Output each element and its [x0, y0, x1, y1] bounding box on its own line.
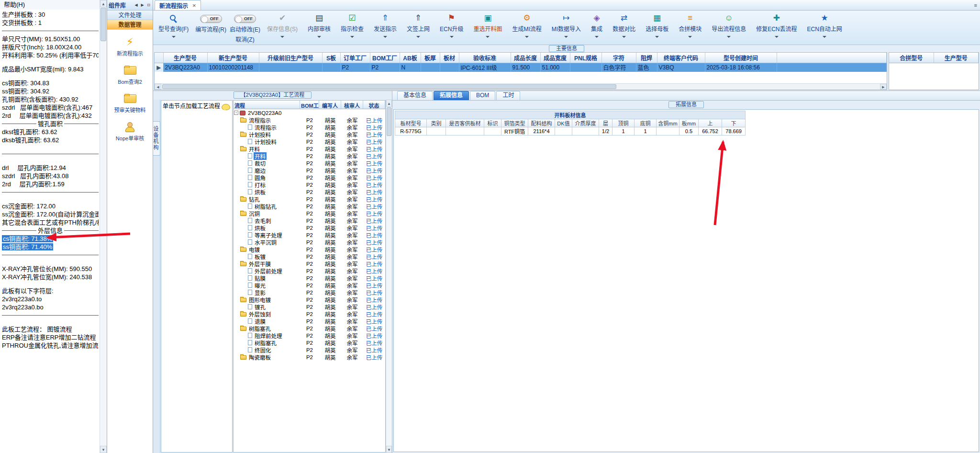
- process-tree-row[interactable]: - 计划投料 P2 胡英 余军 已上传: [234, 131, 385, 138]
- process-tree-row[interactable]: - 等离子处理 P2 胡英 余军 已上传: [234, 231, 385, 238]
- col-header[interactable]: 成品长度: [511, 53, 540, 63]
- toolbar-button[interactable]: ⚙ 生成MI流程: [509, 11, 545, 44]
- cancel-label[interactable]: 取消(Z): [235, 35, 254, 43]
- dropdown-arrow-icon[interactable]: [525, 36, 529, 40]
- col-header[interactable]: 新生产型号: [207, 53, 259, 63]
- model-query-button[interactable]: 型号查询(F): [155, 11, 192, 44]
- toolbar-button[interactable]: ⇑ 发送指示: [370, 11, 400, 44]
- toolbar-button[interactable]: ✚ 修复ECN丢流程: [753, 11, 800, 44]
- dropdown-arrow-icon[interactable]: [775, 36, 779, 40]
- col-header[interactable]: 上: [699, 119, 722, 127]
- scroll-thumb[interactable]: [100, 8, 106, 41]
- scroll-up-icon[interactable]: ▲: [386, 100, 392, 107]
- dropdown-arrow-icon[interactable]: [823, 36, 826, 40]
- process-tree-row[interactable]: - 钻孔 P2 胡英 余军 已上传: [234, 195, 385, 203]
- col-header[interactable]: 核审人: [341, 101, 363, 109]
- process-tree-row[interactable]: - 树脂塞孔 P2 胡英 余军 已上传: [234, 339, 385, 346]
- dropdown-arrow-icon[interactable]: [486, 36, 490, 40]
- write-flow-toggle[interactable]: OFF: [200, 15, 222, 23]
- write-flow-label[interactable]: 编写流程(R): [195, 25, 226, 33]
- tree-expand-icon[interactable]: -: [234, 111, 238, 115]
- process-tree-row[interactable]: - 2V3BQ223A0: [234, 109, 385, 116]
- dropdown-arrow-icon[interactable]: [280, 36, 284, 40]
- dropdown-arrow-icon[interactable]: [350, 36, 354, 40]
- detail-tab[interactable]: 拓展信息: [434, 91, 469, 100]
- col-header[interactable]: 成品宽度: [540, 53, 570, 63]
- dropdown-arrow-icon[interactable]: [655, 36, 659, 40]
- scroll-thumb[interactable]: [162, 84, 616, 89]
- process-tree-row[interactable]: - 曝光 P2 胡英 余军 已上传: [234, 282, 385, 289]
- col-header[interactable]: 生产型号: [163, 53, 207, 63]
- process-tree-row[interactable]: - 阻焊前处理 P2 胡英 余军 已上传: [234, 332, 385, 339]
- process-tree-row[interactable]: - 去毛刺 P2 胡英 余军 已上传: [234, 217, 385, 224]
- col-header[interactable]: 配料结构: [528, 119, 555, 127]
- scroll-down-icon[interactable]: ▼: [100, 446, 107, 453]
- col-header[interactable]: S板: [322, 53, 340, 63]
- process-tree-row[interactable]: - 退膜 P2 胡英 余军 已上传: [234, 317, 385, 325]
- col-header[interactable]: 合拼型号: [889, 53, 934, 63]
- col-header[interactable]: 板厚: [421, 53, 440, 63]
- toolbar-button[interactable]: ☺ 导出流程信息: [708, 11, 749, 44]
- dropdown-arrow-icon[interactable]: [416, 36, 420, 40]
- process-tree-row[interactable]: - 沉铜 P2 胡英 余军 已上传: [234, 210, 385, 217]
- col-header[interactable]: PNL规格: [570, 53, 601, 63]
- tab-equipment[interactable]: 设备机构: [153, 121, 160, 156]
- toolbar-button[interactable]: ☑ 指示检查: [337, 11, 367, 44]
- process-tree-row[interactable]: - 烘板 P2 胡英 余军 已上传: [234, 188, 385, 195]
- process-tree-row[interactable]: - 打标 P2 胡英 余军 已上传: [234, 181, 385, 188]
- toolbar-button[interactable]: ⇄ 数据对比: [609, 11, 639, 44]
- dropdown-arrow-icon[interactable]: [622, 36, 626, 40]
- col-header[interactable]: 板材型号: [395, 119, 427, 127]
- col-header[interactable]: BOM工厂: [300, 101, 319, 109]
- dropdown-arrow-icon[interactable]: [450, 36, 454, 40]
- toolbar-button[interactable]: ★ ECN自动上网: [804, 11, 846, 44]
- col-header[interactable]: 编写人: [319, 101, 341, 109]
- close-icon[interactable]: ×: [192, 2, 196, 9]
- col-header[interactable]: 订单工厂: [340, 53, 370, 63]
- nav-left-icon[interactable]: ◀: [134, 2, 139, 9]
- detail-tab[interactable]: BOM: [470, 91, 495, 100]
- component-tool[interactable]: Bom查询2: [107, 65, 153, 85]
- component-tool[interactable]: 新流程指示: [107, 36, 153, 57]
- process-tree-row[interactable]: - 陶瓷磨板 P2 胡英 余军 已上传: [234, 353, 385, 361]
- start-modify-toggle[interactable]: OFF: [234, 15, 256, 23]
- process-tree-row[interactable]: - 板镀 P2 胡英 余军 已上传: [234, 253, 385, 260]
- col-header[interactable]: 状态: [363, 101, 385, 109]
- col-header[interactable]: 含铜mm: [657, 119, 679, 127]
- process-tree-row[interactable]: - 显影 P2 胡英 余军 已上传: [234, 289, 385, 296]
- dropdown-arrow-icon[interactable]: [688, 36, 692, 40]
- col-header[interactable]: 终端客户代码: [657, 53, 705, 63]
- col-header[interactable]: 板材: [440, 53, 459, 63]
- dropdown-arrow-icon[interactable]: [172, 36, 176, 40]
- dropdown-arrow-icon[interactable]: [564, 36, 568, 40]
- col-header[interactable]: 字符: [601, 53, 636, 63]
- col-header[interactable]: 铜箔类型: [501, 119, 528, 127]
- dropdown-arrow-icon[interactable]: [595, 36, 599, 40]
- process-tree-row[interactable]: - 磨边 P2 胡英 余军 已上传: [234, 167, 385, 174]
- col-header[interactable]: AB板: [400, 53, 421, 63]
- toolbar-button[interactable]: ▣ 重选开料图: [470, 11, 505, 44]
- toolbar-button[interactable]: ⇑ 文签上网: [403, 11, 433, 44]
- col-header[interactable]: 介质厚度: [572, 119, 599, 127]
- process-scrollbar[interactable]: ▲ ▼: [386, 100, 392, 453]
- process-tree-row[interactable]: - 流程指示 P2 胡英 余军 已上传: [234, 124, 385, 131]
- col-header[interactable]: BOM工厂: [370, 53, 400, 63]
- col-header[interactable]: 型号创建时间: [705, 53, 777, 63]
- process-tree-row[interactable]: - 水平沉铜 P2 胡英 余军 已上传: [234, 238, 385, 246]
- col-header[interactable]: 验收标准: [459, 53, 511, 63]
- col-header[interactable]: 阻焊: [636, 53, 657, 63]
- toolbar-button[interactable]: ▦ 选择母板: [642, 11, 672, 44]
- scroll-right-icon[interactable]: ▶: [880, 84, 887, 90]
- material-data-row[interactable]: R-5775G RTF铜箔 2116*4 1/2 1 1: [395, 127, 746, 136]
- process-tree-row[interactable]: - 开料 P2 胡英 余军 已上传: [234, 145, 385, 152]
- dropdown-arrow-icon[interactable]: [383, 36, 387, 40]
- toolbar-button[interactable]: ✔ 保存信息(S): [264, 11, 301, 44]
- col-header[interactable]: 下: [722, 119, 746, 127]
- start-modify-label[interactable]: 启动修改(E): [230, 25, 260, 33]
- process-tree-row[interactable]: - 图形电镀 P2 胡英 余军 已上传: [234, 296, 385, 303]
- scroll-left-icon[interactable]: ◀: [155, 84, 161, 90]
- window-menu-icon[interactable]: ≡: [974, 2, 977, 8]
- process-tree-row[interactable]: - 烘板 P2 胡英 余军 已上传: [234, 224, 385, 231]
- col-header[interactable]: 层: [599, 119, 612, 127]
- process-tree-row[interactable]: - 外层蚀刻 P2 胡英 余军 已上传: [234, 310, 385, 317]
